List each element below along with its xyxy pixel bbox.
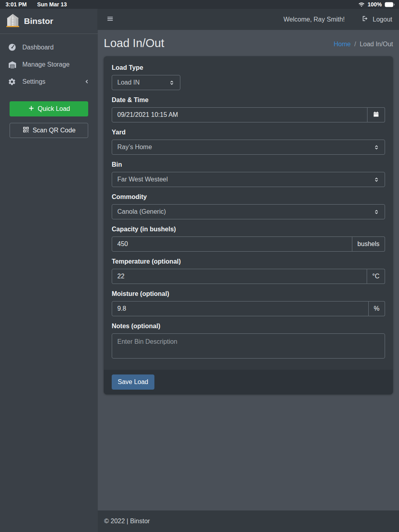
breadcrumb-home-link[interactable]: Home bbox=[334, 41, 351, 48]
content-area: Load In/Out Home / Load In/Out Load Type… bbox=[98, 30, 399, 510]
sidebar-nav: Dashboard Manage Storage Settings bbox=[0, 34, 98, 90]
welcome-text: Welcome, Ray Smith! bbox=[284, 16, 345, 23]
brand-title: Binstor bbox=[24, 16, 53, 26]
notes-textarea[interactable] bbox=[112, 333, 385, 359]
chevron-left-icon bbox=[84, 79, 90, 85]
page-title: Load In/Out bbox=[104, 37, 164, 50]
warehouse-icon bbox=[8, 60, 17, 69]
sidebar-item-label: Manage Storage bbox=[22, 61, 69, 68]
logout-label: Logout bbox=[373, 16, 392, 23]
temperature-input[interactable] bbox=[112, 269, 367, 284]
load-type-select[interactable]: Load IN bbox=[112, 75, 180, 90]
moisture-input[interactable] bbox=[112, 301, 369, 316]
brand-link[interactable]: Binstor bbox=[0, 9, 98, 34]
capacity-label: Capacity (in bushels) bbox=[112, 226, 385, 233]
calendar-icon bbox=[373, 111, 379, 119]
hamburger-icon bbox=[106, 15, 114, 24]
sidebar-item-dashboard[interactable]: Dashboard bbox=[3, 39, 95, 56]
scan-qr-button[interactable]: Scan QR Code bbox=[10, 123, 88, 138]
commodity-value: Canola (Generic) bbox=[117, 208, 166, 215]
select-arrows-icon bbox=[169, 80, 175, 86]
status-time: 3:01 PM bbox=[6, 1, 27, 8]
status-date: Sun Mar 13 bbox=[37, 1, 67, 8]
breadcrumb-current: Load In/Out bbox=[359, 41, 393, 48]
card-footer: Save Load bbox=[104, 370, 393, 394]
battery-percent: 100% bbox=[367, 1, 382, 8]
copyright-text: © 2022 | Binstor bbox=[104, 518, 150, 525]
logout-icon bbox=[361, 15, 369, 24]
sidebar-item-settings[interactable]: Settings bbox=[3, 73, 95, 90]
calendar-button[interactable] bbox=[367, 107, 385, 122]
commodity-select[interactable]: Canola (Generic) bbox=[112, 204, 385, 219]
load-type-label: Load Type bbox=[112, 64, 385, 71]
logout-button[interactable]: Logout bbox=[361, 15, 392, 24]
status-bar: 3:01 PM Sun Mar 13 100% bbox=[0, 0, 399, 9]
dashboard-gauge-icon bbox=[8, 43, 17, 51]
gear-icon bbox=[8, 78, 17, 86]
capacity-unit: bushels bbox=[352, 236, 385, 252]
breadcrumb: Home / Load In/Out bbox=[334, 41, 393, 48]
quick-load-button[interactable]: Quick Load bbox=[10, 101, 88, 116]
commodity-label: Commodity bbox=[112, 193, 385, 201]
sidebar: Binstor Dashboard Manage Storage bbox=[0, 9, 98, 532]
moisture-unit: % bbox=[369, 301, 385, 316]
notes-label: Notes (optional) bbox=[112, 323, 385, 330]
temperature-unit: °C bbox=[367, 269, 385, 284]
yard-select[interactable]: Ray’s Home bbox=[112, 140, 385, 155]
load-form-card: Load Type Load IN Date & Time bbox=[104, 56, 393, 394]
sidebar-item-manage-storage[interactable]: Manage Storage bbox=[3, 56, 95, 73]
load-type-value: Load IN bbox=[117, 79, 140, 86]
breadcrumb-separator: / bbox=[354, 41, 356, 48]
page-footer: © 2022 | Binstor bbox=[98, 510, 399, 532]
scan-qr-label: Scan QR Code bbox=[33, 127, 76, 134]
moisture-label: Moisture (optional) bbox=[112, 290, 385, 298]
top-navbar: Welcome, Ray Smith! Logout bbox=[98, 9, 399, 30]
select-arrows-icon bbox=[373, 209, 379, 215]
datetime-label: Date & Time bbox=[112, 97, 385, 104]
select-arrows-icon bbox=[373, 144, 379, 150]
bin-value: Far West Westeel bbox=[117, 176, 168, 183]
grain-bin-logo-icon bbox=[6, 13, 20, 30]
sidebar-actions: Quick Load Scan QR Code bbox=[0, 90, 98, 138]
datetime-input[interactable] bbox=[112, 107, 367, 122]
wifi-icon bbox=[358, 2, 365, 7]
save-load-button[interactable]: Save Load bbox=[112, 374, 154, 390]
capacity-input[interactable] bbox=[112, 236, 352, 252]
bin-select[interactable]: Far West Westeel bbox=[112, 172, 385, 187]
temperature-label: Temperature (optional) bbox=[112, 258, 385, 265]
battery-icon bbox=[385, 2, 395, 7]
bin-label: Bin bbox=[112, 161, 385, 168]
select-arrows-icon bbox=[373, 177, 379, 183]
menu-toggle-button[interactable] bbox=[105, 13, 116, 26]
sidebar-item-label: Dashboard bbox=[22, 44, 53, 51]
screen: 3:01 PM Sun Mar 13 100% bbox=[0, 0, 399, 532]
yard-value: Ray’s Home bbox=[117, 144, 152, 151]
yard-label: Yard bbox=[112, 129, 385, 136]
plus-icon bbox=[28, 105, 35, 113]
quick-load-label: Quick Load bbox=[38, 105, 70, 112]
sidebar-item-label: Settings bbox=[22, 78, 45, 85]
qr-code-icon bbox=[22, 126, 30, 135]
